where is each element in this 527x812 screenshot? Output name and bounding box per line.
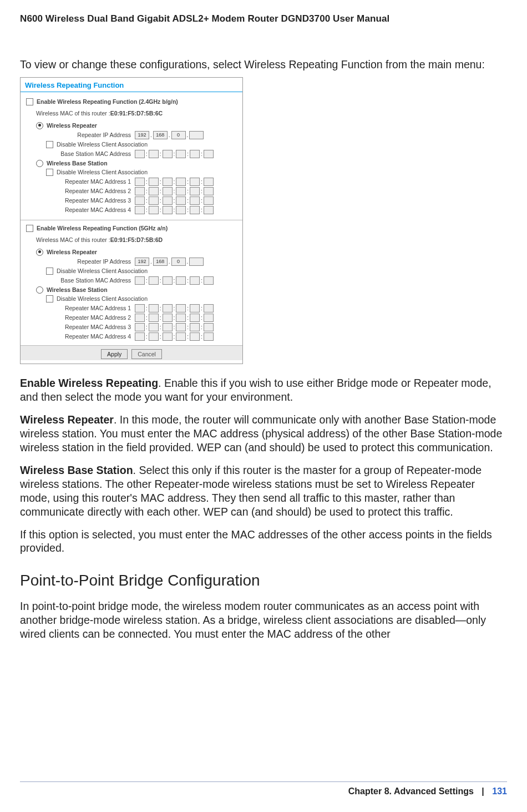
mac-field[interactable]	[204, 196, 214, 205]
mac-field[interactable]	[204, 178, 214, 186]
mac-field[interactable]	[135, 304, 145, 312]
mac-field[interactable]	[204, 276, 214, 285]
repeater-24-radio[interactable]	[36, 122, 43, 129]
base-station-5-row: Wireless Base Station	[26, 286, 237, 294]
subsection-heading: Point-to-Point Bridge Configuration	[20, 572, 507, 589]
base-station-24-row: Wireless Base Station	[26, 160, 237, 167]
mac-field[interactable]	[176, 304, 186, 312]
mac-field[interactable]	[204, 304, 214, 312]
mac-field[interactable]	[176, 150, 186, 158]
disable-assoc-24b-checkbox[interactable]	[46, 169, 53, 176]
mac-field[interactable]	[149, 304, 159, 312]
mac-field[interactable]	[135, 314, 145, 322]
base-station-24-radio[interactable]	[36, 160, 43, 167]
mac-field[interactable]	[149, 323, 159, 331]
mac-field[interactable]	[149, 187, 159, 195]
mac-field[interactable]	[163, 196, 173, 205]
mac-field[interactable]	[135, 178, 145, 186]
rep-mac-24-2-label: Repeater MAC Address 2	[56, 188, 134, 194]
mac-field[interactable]	[149, 332, 159, 341]
mac-field[interactable]	[176, 276, 186, 285]
ip-24-octet-4[interactable]	[189, 131, 204, 139]
mac-field[interactable]	[149, 206, 159, 214]
mac-field[interactable]	[176, 332, 186, 341]
mac-field[interactable]	[204, 323, 214, 331]
footer-page-number: 131	[492, 786, 507, 796]
mac-field[interactable]	[149, 196, 159, 205]
mac-field[interactable]	[163, 323, 173, 331]
mac use-field[interactable]	[135, 150, 145, 158]
mac-field[interactable]	[176, 196, 186, 205]
mac-field[interactable]	[135, 187, 145, 195]
mac-field[interactable]	[190, 196, 200, 205]
base-mac-24-row: Base Station MAC Address : : : : :	[26, 150, 237, 158]
enable-24ghz-checkbox[interactable]	[26, 98, 33, 105]
apply-button[interactable]: Apply	[101, 349, 128, 359]
ip-5-octet-3[interactable]: 0	[171, 258, 186, 266]
disable-assoc-24-row: Disable Wireless Client Association	[26, 141, 237, 148]
mac-field[interactable]	[190, 206, 200, 214]
footer-chapter: Chapter 8. Advanced Settings	[348, 786, 474, 796]
rep-mac-24-4-row: Repeater MAC Address 4 :::::	[26, 206, 237, 214]
mac-field[interactable]	[204, 150, 214, 158]
mac-field[interactable]	[149, 178, 159, 186]
mac-field[interactable]	[163, 276, 173, 285]
enable-5ghz-checkbox[interactable]	[26, 225, 33, 232]
disable-assoc-5-checkbox[interactable]	[46, 268, 53, 275]
mac-field[interactable]	[190, 150, 200, 158]
para-enable: Enable Wireless Repeating. Enable this i…	[20, 376, 507, 404]
mac-field[interactable]	[204, 187, 214, 195]
mac-field[interactable]	[204, 314, 214, 322]
disable-assoc-24-checkbox[interactable]	[46, 141, 53, 148]
disable-assoc-5-label: Disable Wireless Client Association	[57, 268, 148, 274]
mac-field[interactable]	[190, 314, 200, 322]
ip-24-octet-1[interactable]: 192	[135, 131, 149, 139]
base-station-5-radio[interactable]	[36, 286, 43, 294]
ip-24-octet-2[interactable]: 168	[153, 131, 168, 139]
mac-field[interactable]	[163, 187, 173, 195]
mac-field[interactable]	[176, 323, 186, 331]
mac-field[interactable]	[135, 206, 145, 214]
mac-field[interactable]	[135, 276, 145, 285]
mac-field[interactable]	[163, 150, 173, 158]
intro-paragraph: To view or change these configurations, …	[20, 58, 507, 72]
mac-field[interactable]	[176, 314, 186, 322]
mac-field[interactable]	[190, 332, 200, 341]
mac-field[interactable]	[163, 178, 173, 186]
ip-5-octet-2[interactable]: 168	[153, 258, 168, 266]
mac-field[interactable]	[163, 314, 173, 322]
mac-field[interactable]	[204, 332, 214, 341]
mac-field[interactable]	[176, 206, 186, 214]
mac-field[interactable]	[135, 332, 145, 341]
mac-field[interactable]	[163, 206, 173, 214]
enable-24ghz-row: Enable Wireless Repeating Function (2.4G…	[26, 98, 237, 105]
mac-field[interactable]	[149, 150, 159, 158]
running-header: N600 Wireless Dual Band Gigabit ADSL2+ M…	[20, 13, 507, 24]
mac-field[interactable]	[176, 187, 186, 195]
mac-field[interactable]	[149, 314, 159, 322]
rep-mac-24-1-row: Repeater MAC Address 1 :::::	[26, 178, 237, 186]
mac-field[interactable]	[190, 187, 200, 195]
colon-icon: :	[200, 151, 203, 157]
mac-field[interactable]	[135, 323, 145, 331]
repeater-ip-24-label: Repeater IP Address	[56, 132, 134, 138]
repeater-5-radio[interactable]	[36, 249, 43, 256]
disable-assoc-5b-checkbox[interactable]	[46, 295, 53, 302]
mac-field[interactable]	[204, 206, 214, 214]
mac-field[interactable]	[176, 178, 186, 186]
mac-field[interactable]	[190, 304, 200, 312]
mac-field[interactable]	[190, 323, 200, 331]
repeater-24-row: Wireless Repeater	[26, 122, 237, 129]
mac-field[interactable]	[190, 178, 200, 186]
cancel-button[interactable]: Cancel	[131, 349, 162, 359]
mac-field[interactable]	[163, 332, 173, 341]
mac-field[interactable]	[149, 276, 159, 285]
dot-icon: .	[168, 132, 171, 138]
ip-5-octet-4[interactable]	[189, 258, 204, 266]
ip-24-octet-3[interactable]: 0	[171, 131, 186, 139]
para-repeater-strong: Wireless Repeater	[20, 413, 114, 426]
mac-field[interactable]	[135, 196, 145, 205]
ip-5-octet-1[interactable]: 192	[135, 258, 149, 266]
mac-field[interactable]	[190, 276, 200, 285]
mac-field[interactable]	[163, 304, 173, 312]
